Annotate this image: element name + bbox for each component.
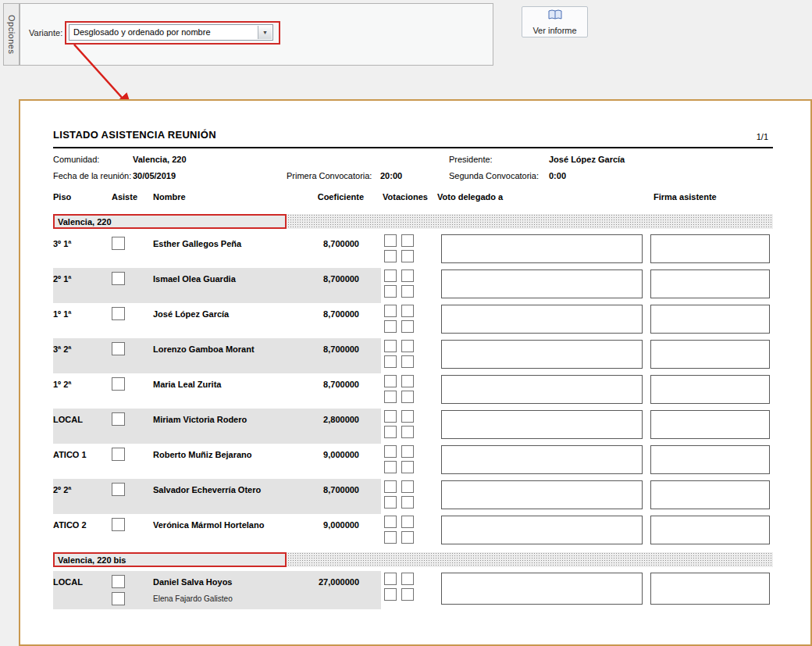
votacion-checkbox[interactable] — [401, 516, 414, 528]
votacion-checkbox[interactable] — [384, 480, 397, 493]
votacion-checkbox[interactable] — [401, 234, 414, 247]
votacion-checkbox[interactable] — [384, 573, 397, 585]
votacion-checkbox[interactable] — [384, 355, 397, 368]
coeficiente-text: 9,000000 — [287, 450, 359, 459]
coeficiente-text: 27,000000 — [287, 577, 359, 587]
votacion-checkbox[interactable] — [401, 445, 414, 458]
piso-text: 1º 2ª — [53, 380, 71, 389]
votacion-checkbox[interactable] — [384, 320, 397, 333]
column-header-asiste: Asiste — [112, 192, 137, 202]
votaciones-cell — [384, 305, 414, 333]
votacion-checkbox[interactable] — [401, 250, 414, 262]
voto-delegado-box[interactable] — [441, 410, 643, 439]
votacion-checkbox[interactable] — [384, 250, 397, 262]
report-title: LISTADO ASISTENCIA REUNIÓN — [53, 129, 216, 141]
firma-asistente-box[interactable] — [650, 234, 770, 263]
firma-asistente-box[interactable] — [650, 480, 770, 509]
coeficiente-text: 8,700000 — [287, 344, 359, 354]
nombre-text: Ismael Olea Guardia — [153, 274, 236, 284]
voto-delegado-box[interactable] — [441, 573, 643, 605]
firma-asistente-box[interactable] — [650, 516, 770, 544]
firma-asistente-box[interactable] — [650, 410, 770, 439]
votacion-checkbox[interactable] — [384, 391, 397, 403]
ver-informe-button[interactable]: Ver informe — [522, 6, 588, 37]
votacion-checkbox[interactable] — [401, 375, 414, 387]
asiste-checkbox[interactable] — [112, 307, 125, 320]
votacion-checkbox[interactable] — [401, 391, 414, 403]
votacion-checkbox[interactable] — [401, 480, 414, 493]
votacion-checkbox[interactable] — [384, 375, 397, 387]
voto-delegado-box[interactable] — [441, 305, 643, 334]
voto-delegado-box[interactable] — [441, 375, 643, 404]
asiste-checkbox[interactable] — [112, 483, 125, 496]
votacion-checkbox[interactable] — [384, 410, 397, 423]
column-header-voto-delegado: Voto delegado a — [437, 192, 503, 202]
firma-asistente-box[interactable] — [650, 375, 770, 404]
asiste-checkbox[interactable] — [112, 575, 125, 588]
votacion-checkbox[interactable] — [401, 496, 414, 509]
votacion-checkbox[interactable] — [401, 461, 414, 473]
voto-delegado-box[interactable] — [441, 516, 643, 544]
votacion-checkbox[interactable] — [401, 340, 414, 352]
votacion-checkbox[interactable] — [384, 516, 397, 528]
variante-dropdown-value: Desglosado y ordenado por nombre — [73, 27, 211, 37]
comunidad-label: Comunidad: — [53, 155, 99, 164]
asiste-checkbox[interactable] — [112, 342, 125, 355]
votacion-checkbox[interactable] — [384, 461, 397, 473]
votacion-checkbox[interactable] — [401, 285, 414, 298]
votacion-checkbox[interactable] — [401, 573, 414, 585]
asiste-checkbox[interactable] — [112, 518, 125, 531]
votacion-checkbox[interactable] — [384, 426, 397, 438]
asiste-checkbox[interactable] — [112, 272, 125, 285]
votacion-checkbox[interactable] — [384, 234, 397, 247]
asiste-checkbox[interactable] — [112, 237, 125, 250]
nombre-text: Verónica Mármol Hortelano — [153, 520, 264, 530]
voto-delegado-box[interactable] — [441, 269, 643, 298]
votacion-checkbox[interactable] — [384, 445, 397, 458]
asiste-checkbox[interactable] — [112, 448, 125, 461]
votacion-checkbox[interactable] — [401, 320, 414, 333]
firma-asistente-box[interactable] — [650, 269, 770, 298]
firma-asistente-box[interactable] — [650, 445, 770, 474]
asiste-checkbox-secondary[interactable] — [112, 592, 125, 605]
votacion-checkbox[interactable] — [401, 588, 414, 601]
votacion-checkbox[interactable] — [401, 269, 414, 282]
piso-text: 2º 1ª — [53, 274, 71, 284]
column-header-nombre: Nombre — [153, 192, 186, 202]
variante-dropdown[interactable]: Desglosado y ordenado por nombre ▼ — [69, 24, 273, 41]
table-row: 1º 1ª José López García 8,700000 — [53, 303, 773, 338]
votacion-checkbox[interactable] — [384, 269, 397, 282]
votacion-checkbox[interactable] — [401, 531, 414, 544]
report-page: LISTADO ASISTENCIA REUNIÓN 1/1 Comunidad… — [19, 99, 812, 646]
votacion-checkbox[interactable] — [384, 588, 397, 601]
votacion-checkbox[interactable] — [401, 410, 414, 423]
coeficiente-text: 8,700000 — [287, 239, 359, 248]
coeficiente-text: 8,700000 — [287, 485, 359, 494]
firma-asistente-box[interactable] — [650, 340, 770, 369]
votacion-checkbox[interactable] — [384, 531, 397, 544]
firma-asistente-box[interactable] — [650, 305, 770, 334]
votacion-checkbox[interactable] — [384, 285, 397, 298]
nombre-text: Salvador Echeverría Otero — [153, 485, 261, 494]
votacion-checkbox[interactable] — [401, 355, 414, 368]
votacion-checkbox[interactable] — [384, 340, 397, 352]
votacion-checkbox[interactable] — [401, 426, 414, 438]
group-band: Valencia, 220 bis — [53, 552, 773, 567]
votacion-checkbox[interactable] — [384, 496, 397, 509]
voto-delegado-box[interactable] — [441, 445, 643, 474]
nombre-text: José López García — [153, 309, 229, 319]
asiste-checkbox[interactable] — [112, 412, 125, 426]
votacion-checkbox[interactable] — [384, 305, 397, 317]
voto-delegado-box[interactable] — [441, 480, 643, 509]
voto-delegado-box[interactable] — [441, 234, 643, 263]
column-header-piso: Piso — [53, 192, 71, 202]
firma-asistente-box[interactable] — [650, 573, 770, 605]
nombre-text: Maria Leal Zurita — [153, 380, 221, 389]
votacion-checkbox[interactable] — [401, 305, 414, 317]
voto-delegado-box[interactable] — [441, 340, 643, 369]
chevron-down-icon[interactable]: ▼ — [258, 26, 272, 39]
asiste-checkbox[interactable] — [112, 377, 125, 391]
fecha-reunion-value: 30/05/2019 — [133, 171, 176, 180]
options-side-tab[interactable]: Opciones — [3, 3, 20, 66]
coeficiente-text: 8,700000 — [287, 309, 359, 319]
